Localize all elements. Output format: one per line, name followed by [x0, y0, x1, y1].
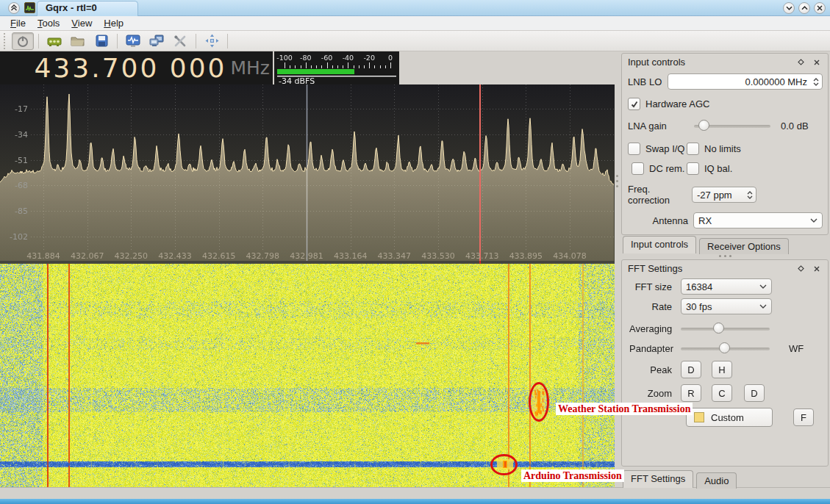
start-dsp-button[interactable]	[122, 32, 144, 50]
lna-gain-value: 0.0 dB	[781, 120, 809, 132]
lnb-lo-label: LNB LO	[628, 76, 668, 87]
fft-settings-title: FFT Settings	[628, 263, 790, 274]
window-title: Gqrx - rtl=0	[46, 2, 97, 13]
arduino-label: Arduino Transmission	[521, 469, 624, 482]
antenna-combo[interactable]: RX	[693, 212, 823, 228]
zoom-center-button[interactable]: C	[712, 384, 732, 402]
checkmark-icon	[630, 100, 639, 109]
io-devices-button[interactable]	[43, 32, 65, 50]
iq-bal-label: IQ bal.	[704, 163, 732, 174]
menu-view[interactable]: View	[65, 17, 98, 29]
right-panel: Input controls LNB LO 0.000000 MHz	[620, 51, 830, 487]
status-bar	[0, 487, 830, 499]
close-dock-button[interactable]	[812, 264, 822, 274]
chevron-down-icon	[786, 6, 793, 10]
spinner-arrows-icon[interactable]	[744, 191, 756, 199]
float-icon	[798, 59, 804, 65]
tools-icon	[173, 35, 187, 48]
menu-file[interactable]: File	[4, 17, 32, 29]
fft-size-combo[interactable]: 16384	[681, 278, 772, 295]
close-dock-button[interactable]	[812, 57, 822, 68]
menu-bar: File Tools View Help	[0, 16, 830, 31]
pandapter-label: Pandapter	[629, 343, 681, 354]
close-icon	[814, 60, 820, 65]
averaging-label: Averaging	[629, 323, 681, 334]
frequency-display[interactable]: 433.700 000 MHz	[0, 51, 273, 84]
lnb-lo-spinbox[interactable]: 0.000000 MHz	[668, 73, 823, 90]
close-button[interactable]	[814, 2, 826, 14]
color-scheme-button[interactable]: Custom	[686, 408, 773, 427]
signal-meter	[273, 51, 399, 84]
dock-tabbar-bottom: FFT Settings Audio	[621, 470, 829, 487]
peak-label: Peak	[629, 364, 681, 375]
arduino-ellipse	[490, 454, 518, 475]
iq-bal-checkbox[interactable]	[687, 162, 699, 175]
bottom-edge	[0, 499, 830, 504]
tab-receiver-options[interactable]: Receiver Options	[699, 238, 789, 254]
pan-arrows-icon	[205, 34, 219, 48]
averaging-slider[interactable]	[681, 323, 770, 334]
input-controls-title: Input controls	[628, 57, 790, 68]
peak-detect-button[interactable]: D	[681, 361, 701, 378]
double-chevron-up-icon	[10, 4, 18, 11]
chevron-down-icon	[810, 218, 818, 223]
close-icon	[817, 5, 823, 11]
tab-input-controls[interactable]: Input controls	[623, 236, 696, 253]
chevron-up-icon	[801, 6, 808, 10]
zoom-label: Zoom	[629, 388, 681, 399]
tuner-card-icon	[47, 35, 62, 47]
frequency-digits[interactable]: 433.700 000	[34, 55, 226, 82]
minimize-button[interactable]	[783, 2, 795, 14]
hardware-agc-checkbox[interactable]	[628, 98, 640, 110]
freq-correction-label: Freq. correction	[628, 184, 692, 206]
chevron-down-icon	[759, 284, 767, 289]
fft-size-label: FFT size	[629, 281, 681, 292]
rate-combo[interactable]: 30 fps	[681, 298, 772, 314]
fft-settings-dock: FFT Settings FFT size 16384 Rate	[621, 259, 829, 467]
weather-station-label: Weather Station Transmission	[556, 403, 693, 415]
shade-button[interactable]	[8, 2, 20, 14]
panel-splitter[interactable]	[615, 51, 620, 487]
tab-fft-settings[interactable]: FFT Settings	[623, 470, 693, 488]
pandapter-slider[interactable]	[681, 342, 770, 354]
lna-gain-slider[interactable]	[694, 120, 770, 132]
tools-button[interactable]	[169, 32, 191, 50]
maximize-button[interactable]	[798, 2, 810, 14]
toolbar-drag-handle[interactable]	[4, 33, 9, 49]
float-dock-button[interactable]	[795, 57, 806, 68]
dc-rem-label: DC rem.	[649, 163, 687, 174]
power-button[interactable]	[12, 32, 34, 50]
spectrum-plot[interactable]	[0, 84, 615, 261]
dc-rem-checkbox[interactable]	[632, 162, 644, 175]
float-icon	[798, 265, 804, 272]
dock-tabbar-top: Input controls Receiver Options	[621, 235, 829, 253]
chevron-down-icon	[759, 304, 767, 309]
menu-help[interactable]: Help	[98, 17, 129, 29]
hardware-agc-label: Hardware AGC	[645, 98, 709, 109]
color-swatch	[694, 412, 704, 422]
fullscreen-button[interactable]: F	[793, 408, 814, 426]
waterfall-display[interactable]	[0, 261, 615, 487]
swap-iq-label: Swap I/Q	[645, 143, 687, 154]
folder-icon	[71, 35, 85, 47]
no-limits-label: No limits	[704, 143, 741, 154]
lna-gain-label: LNA gain	[628, 120, 694, 132]
zoom-demod-button[interactable]: D	[744, 384, 765, 402]
no-limits-checkbox[interactable]	[687, 143, 699, 155]
wf-label: WF	[789, 343, 804, 354]
title-bar[interactable]: Gqrx - rtl=0	[0, 0, 830, 16]
main-area: 433.700 000 MHz	[0, 51, 615, 487]
save-file-button[interactable]	[90, 32, 112, 50]
spinner-arrows-icon[interactable]	[810, 78, 822, 86]
float-dock-button[interactable]	[795, 264, 806, 274]
open-file-button[interactable]	[67, 32, 89, 50]
pan-button[interactable]	[201, 32, 223, 50]
remote-control-button[interactable]	[146, 32, 168, 50]
peak-hold-button[interactable]: H	[712, 361, 732, 378]
swap-iq-checkbox[interactable]	[628, 143, 640, 155]
zoom-reset-button[interactable]: R	[681, 384, 701, 402]
menu-tools[interactable]: Tools	[32, 17, 65, 29]
freq-correction-spinbox[interactable]: -27 ppm	[692, 187, 756, 203]
tab-audio[interactable]: Audio	[696, 472, 737, 489]
rate-label: Rate	[629, 301, 681, 312]
